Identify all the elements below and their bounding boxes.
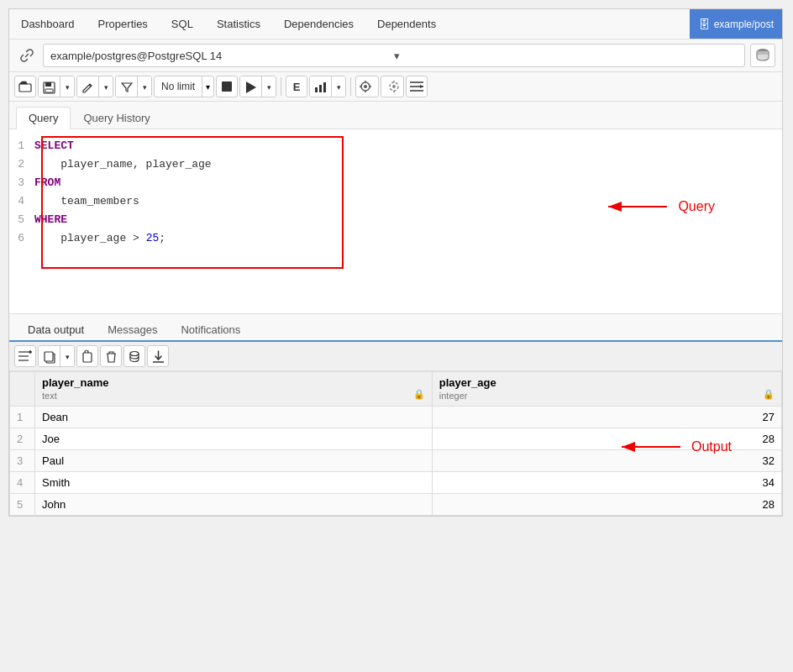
connection-dropdown-arrow: ▾ [394, 50, 738, 62]
row-num-header [10, 372, 35, 407]
data-table-wrap: player_name text 🔒 player_age integer 🔒 [9, 371, 782, 516]
output-toolbar: ▾ [9, 342, 782, 371]
run-group: ▾ [239, 76, 276, 97]
limit-arrow[interactable]: ▾ [202, 76, 213, 97]
paste-button[interactable] [76, 345, 98, 367]
download-button[interactable] [147, 345, 169, 367]
tab-notifications[interactable]: Notifications [169, 319, 252, 340]
chart-button[interactable] [310, 76, 332, 97]
output-arrow [617, 438, 685, 455]
editor-area[interactable]: 1 SELECT 2 player_name, player_age 3 FRO… [9, 129, 782, 314]
limit-dropdown[interactable]: No limit ▾ [154, 76, 214, 97]
svg-marker-23 [420, 85, 423, 88]
code-line-2: 2 player_name, player_age [9, 158, 782, 176]
open-button[interactable] [14, 76, 36, 97]
query-arrow [604, 198, 671, 215]
line-content-5: WHERE [34, 213, 67, 226]
svg-rect-7 [315, 87, 318, 92]
edit-group: ▾ [76, 76, 113, 97]
col-header-player-name[interactable]: player_name text 🔒 [35, 372, 433, 407]
database-stack-icon[interactable] [750, 44, 775, 67]
line-num-3: 3 [9, 176, 34, 189]
limit-label: No limit [155, 81, 202, 92]
delete-button[interactable] [100, 345, 122, 367]
rollback-button[interactable] [381, 76, 404, 97]
svg-rect-8 [319, 85, 322, 92]
commit-button[interactable] [355, 76, 379, 97]
import-button[interactable] [123, 345, 145, 367]
row-age-4: 34 [432, 472, 781, 494]
table-row[interactable]: 5 John 28 [10, 494, 782, 516]
row-age-5: 28 [432, 494, 781, 516]
nav-dependencies[interactable]: Dependencies [272, 9, 365, 39]
nav-statistics[interactable]: Statistics [205, 9, 272, 39]
menu-button[interactable] [406, 76, 428, 97]
stop-button[interactable] [216, 76, 238, 97]
query-annotation: Query [604, 198, 715, 215]
add-row-button[interactable] [14, 345, 36, 367]
nav-dashboard[interactable]: Dashboard [9, 9, 87, 39]
svg-rect-4 [45, 89, 53, 92]
svg-point-19 [392, 85, 396, 88]
nav-connection-badge: 🗄 example/post [690, 9, 782, 39]
filter-button[interactable] [116, 76, 138, 97]
save-dropdown-arrow[interactable]: ▾ [60, 76, 74, 97]
copy-dropdown-arrow[interactable]: ▾ [60, 346, 74, 367]
line-num-6: 6 [9, 232, 34, 244]
filter-group: ▾ [115, 76, 152, 97]
line-content-6: player_age > 25; [34, 232, 165, 244]
nav-properties[interactable]: Properties [87, 9, 160, 39]
svg-rect-33 [83, 353, 92, 362]
chart-dropdown-arrow[interactable]: ▾ [332, 76, 345, 97]
nav-dependents[interactable]: Dependents [365, 9, 448, 39]
query-tabs: Query Query History [9, 102, 782, 129]
svg-rect-32 [45, 352, 53, 361]
line-num-4: 4 [9, 195, 34, 207]
top-nav: Dashboard Properties SQL Statistics Depe… [9, 9, 782, 39]
app-window: Dashboard Properties SQL Statistics Depe… [8, 8, 783, 517]
lock-icon-player-name: 🔒 [413, 389, 425, 400]
query-annotation-label: Query [678, 199, 715, 214]
tab-query[interactable]: Query [16, 107, 71, 129]
row-name-2: Joe [35, 428, 433, 450]
table-row[interactable]: 1 Dean 27 [10, 407, 782, 428]
connection-bar: example/postgres@PostgreSQL 14 ▾ [9, 39, 782, 72]
svg-point-15 [364, 85, 367, 88]
line-content-2: player_name, player_age [34, 158, 212, 171]
filter-dropdown-arrow[interactable]: ▾ [138, 76, 151, 97]
copy-button[interactable] [39, 346, 60, 367]
run-button[interactable] [240, 76, 262, 97]
svg-point-34 [130, 351, 139, 355]
row-num-3: 3 [10, 450, 35, 472]
row-num-5: 5 [10, 494, 35, 516]
row-num-1: 1 [10, 407, 35, 428]
svg-rect-5 [222, 81, 232, 92]
svg-rect-9 [323, 82, 326, 92]
run-dropdown-arrow[interactable]: ▾ [262, 76, 276, 97]
col-type-player-name: text [42, 391, 57, 401]
table-body: 1 Dean 27 2 Joe 28 3 Paul 32 [10, 407, 782, 516]
line-num-2: 2 [9, 158, 34, 171]
col-header-player-age[interactable]: player_age integer 🔒 [432, 372, 781, 407]
tab-query-history[interactable]: Query History [71, 107, 162, 129]
row-num-4: 4 [10, 472, 35, 494]
explain-button[interactable]: E [286, 76, 307, 97]
row-name-4: Smith [35, 472, 433, 494]
table-row[interactable]: 4 Smith 34 [10, 472, 782, 494]
row-name-5: John [35, 494, 433, 516]
row-name-1: Dean [35, 407, 433, 428]
col-name-player-name: player_name [42, 376, 425, 389]
tab-data-output[interactable]: Data output [16, 319, 96, 342]
connection-value: example/postgres@PostgreSQL 14 [50, 50, 394, 62]
edit-dropdown-arrow[interactable]: ▾ [99, 76, 113, 97]
svg-rect-3 [45, 82, 51, 87]
database-icon: 🗄 [698, 18, 710, 31]
tab-messages[interactable]: Messages [96, 319, 169, 340]
edit-button[interactable] [77, 76, 99, 97]
link-icon[interactable] [16, 45, 38, 66]
nav-sql[interactable]: SQL [160, 9, 205, 39]
save-button[interactable] [39, 76, 60, 97]
output-annotation: Output [617, 438, 732, 455]
col-type-player-age: integer [439, 391, 468, 401]
connection-selector[interactable]: example/postgres@PostgreSQL 14 ▾ [43, 44, 745, 67]
